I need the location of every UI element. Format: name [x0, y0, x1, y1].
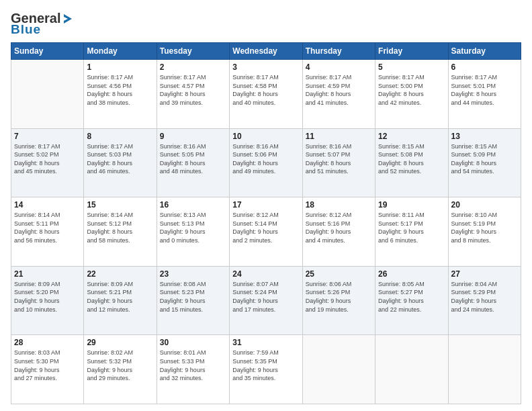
calendar-cell: 25Sunrise: 8:06 AMSunset: 5:26 PMDayligh…	[302, 266, 375, 335]
sunset: Sunset: 5:35 PM	[232, 358, 277, 365]
day-number: 18	[306, 200, 372, 210]
daylight-line2: and 41 minutes.	[306, 99, 349, 106]
day-info: Sunrise: 8:12 AMSunset: 5:14 PMDaylight:…	[232, 211, 299, 244]
day-info: Sunrise: 8:14 AMSunset: 5:12 PMDaylight:…	[87, 211, 153, 244]
day-info: Sunrise: 8:14 AMSunset: 5:11 PMDaylight:…	[14, 211, 81, 244]
sunset: Sunset: 5:21 PM	[87, 289, 132, 295]
day-info: Sunrise: 8:17 AMSunset: 5:03 PMDaylight:…	[87, 142, 153, 176]
day-info: Sunrise: 8:11 AMSunset: 5:17 PMDaylight:…	[378, 211, 445, 244]
daylight-line2: and 27 minutes.	[14, 375, 57, 381]
daylight-line2: and 38 minutes.	[87, 99, 130, 106]
sunset: Sunset: 5:02 PM	[14, 151, 59, 158]
sunrise: Sunrise: 8:03 AM	[14, 349, 60, 356]
daylight-line2: and 35 minutes.	[232, 375, 275, 381]
daylight-line2: and 22 minutes.	[378, 306, 421, 313]
sunset: Sunset: 5:26 PM	[306, 289, 351, 295]
sunrise: Sunrise: 8:01 AM	[160, 349, 206, 356]
sunset: Sunset: 5:07 PM	[306, 151, 351, 158]
daylight-line2: and 24 minutes.	[451, 306, 494, 313]
calendar-cell: 30Sunrise: 8:01 AMSunset: 5:33 PMDayligh…	[157, 335, 229, 404]
daylight-line2: and 46 minutes.	[87, 168, 130, 175]
daylight-line2: and 10 minutes.	[14, 306, 57, 313]
day-info: Sunrise: 8:03 AMSunset: 5:30 PMDaylight:…	[14, 349, 81, 382]
calendar-cell: 16Sunrise: 8:13 AMSunset: 5:13 PMDayligh…	[157, 197, 229, 267]
daylight-line2: and 15 minutes.	[160, 306, 203, 313]
sunset: Sunset: 5:19 PM	[451, 220, 496, 227]
calendar-cell: 14Sunrise: 8:14 AMSunset: 5:11 PMDayligh…	[11, 197, 84, 267]
day-number: 1	[87, 62, 153, 72]
logo: General Blue	[11, 11, 75, 37]
sunrise: Sunrise: 8:14 AM	[87, 212, 133, 218]
sunset: Sunset: 5:00 PM	[378, 83, 423, 89]
sunset: Sunset: 5:33 PM	[160, 358, 205, 365]
day-info: Sunrise: 8:16 AMSunset: 5:06 PMDaylight:…	[232, 142, 299, 176]
day-number: 3	[232, 62, 299, 72]
sunrise: Sunrise: 8:09 AM	[14, 281, 60, 287]
daylight-line1: Daylight: 8 hours	[14, 228, 60, 235]
daylight-line2: and 32 minutes.	[160, 375, 203, 381]
day-number: 19	[378, 200, 445, 210]
day-number: 6	[451, 62, 518, 72]
sunset: Sunset: 5:29 PM	[451, 289, 496, 295]
day-info: Sunrise: 8:16 AMSunset: 5:07 PMDaylight:…	[306, 142, 372, 176]
daylight-line2: and 52 minutes.	[378, 168, 421, 175]
sunset: Sunset: 5:27 PM	[378, 289, 423, 295]
sunset: Sunset: 4:58 PM	[232, 83, 277, 89]
calendar-table: SundayMondayTuesdayWednesdayThursdayFrid…	[11, 42, 521, 404]
sunset: Sunset: 5:23 PM	[160, 289, 205, 295]
daylight-line1: Daylight: 8 hours	[451, 160, 497, 167]
day-info: Sunrise: 8:17 AMSunset: 4:56 PMDaylight:…	[87, 73, 153, 107]
daylight-line2: and 2 minutes.	[232, 237, 272, 244]
day-number: 28	[14, 338, 81, 347]
daylight-line2: and 51 minutes.	[306, 168, 349, 175]
sunrise: Sunrise: 7:59 AM	[232, 349, 279, 356]
sunrise: Sunrise: 8:08 AM	[160, 281, 206, 287]
daylight-line2: and 42 minutes.	[378, 99, 421, 106]
calendar-cell	[11, 60, 84, 129]
daylight-line1: Daylight: 8 hours	[306, 91, 351, 97]
sunrise: Sunrise: 8:17 AM	[160, 74, 206, 81]
sunrise: Sunrise: 8:17 AM	[232, 74, 279, 81]
daylight-line1: Daylight: 8 hours	[160, 91, 206, 97]
daylight-line1: Daylight: 9 hours	[378, 298, 424, 304]
day-header-thursday: Thursday	[302, 43, 375, 60]
day-number: 29	[87, 338, 153, 347]
daylight-line1: Daylight: 8 hours	[14, 160, 60, 167]
sunset: Sunset: 5:11 PM	[14, 220, 59, 227]
daylight-line1: Daylight: 8 hours	[232, 160, 278, 167]
daylight-line1: Daylight: 9 hours	[87, 298, 132, 304]
daylight-line1: Daylight: 9 hours	[378, 228, 424, 235]
sunset: Sunset: 5:01 PM	[451, 83, 496, 89]
calendar-cell: 22Sunrise: 8:09 AMSunset: 5:21 PMDayligh…	[84, 266, 157, 335]
sunrise: Sunrise: 8:12 AM	[306, 212, 352, 218]
sunset: Sunset: 5:24 PM	[232, 289, 277, 295]
daylight-line1: Daylight: 8 hours	[378, 91, 424, 97]
calendar-cell: 27Sunrise: 8:04 AMSunset: 5:29 PMDayligh…	[448, 266, 521, 335]
calendar-cell: 18Sunrise: 8:12 AMSunset: 5:16 PMDayligh…	[302, 197, 375, 267]
day-info: Sunrise: 7:59 AMSunset: 5:35 PMDaylight:…	[232, 349, 299, 382]
sunrise: Sunrise: 8:07 AM	[232, 281, 279, 287]
sunset: Sunset: 4:57 PM	[160, 83, 205, 89]
daylight-line1: Daylight: 9 hours	[14, 367, 60, 373]
sunrise: Sunrise: 8:17 AM	[306, 74, 352, 81]
calendar-cell: 10Sunrise: 8:16 AMSunset: 5:06 PMDayligh…	[230, 128, 302, 197]
day-number: 21	[14, 269, 81, 279]
day-number: 8	[87, 132, 153, 141]
calendar-cell: 7Sunrise: 8:17 AMSunset: 5:02 PMDaylight…	[11, 128, 84, 197]
sunrise: Sunrise: 8:12 AM	[232, 212, 279, 218]
daylight-line1: Daylight: 8 hours	[87, 91, 132, 97]
daylight-line1: Daylight: 9 hours	[232, 298, 278, 304]
calendar-cell: 12Sunrise: 8:15 AMSunset: 5:08 PMDayligh…	[375, 128, 448, 197]
calendar-cell: 17Sunrise: 8:12 AMSunset: 5:14 PMDayligh…	[230, 197, 302, 267]
day-info: Sunrise: 8:15 AMSunset: 5:09 PMDaylight:…	[451, 142, 518, 176]
calendar-cell: 21Sunrise: 8:09 AMSunset: 5:20 PMDayligh…	[11, 266, 84, 335]
logo-blue-line: Blue	[11, 22, 41, 37]
day-info: Sunrise: 8:17 AMSunset: 5:00 PMDaylight:…	[378, 73, 445, 107]
daylight-line2: and 56 minutes.	[14, 237, 57, 244]
daylight-line1: Daylight: 9 hours	[160, 228, 206, 235]
sunset: Sunset: 5:16 PM	[306, 220, 351, 227]
sunrise: Sunrise: 8:05 AM	[378, 281, 425, 287]
daylight-line2: and 8 minutes.	[451, 237, 491, 244]
calendar-cell: 20Sunrise: 8:10 AMSunset: 5:19 PMDayligh…	[448, 197, 521, 267]
day-number: 27	[451, 269, 518, 279]
